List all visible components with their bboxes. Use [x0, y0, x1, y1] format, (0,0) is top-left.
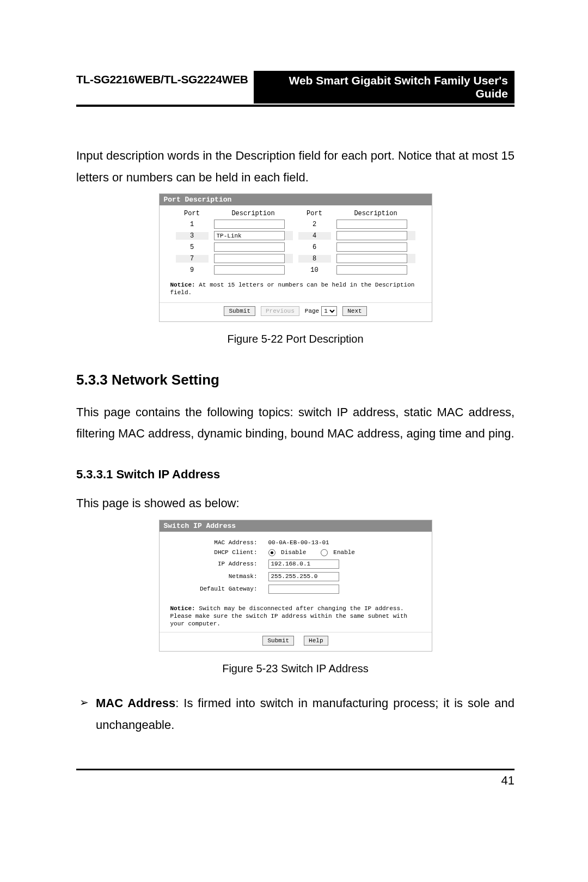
port-number: 10	[298, 266, 331, 274]
dhcp-enable-radio[interactable]	[321, 549, 328, 556]
figure-port-description: Port Description Port Description Port D…	[159, 193, 432, 322]
paragraph-switch-ip: This page is showed as below:	[76, 492, 514, 514]
port-number: 4	[298, 232, 331, 240]
help-button[interactable]: Help	[304, 636, 328, 646]
dhcp-disable-radio[interactable]	[268, 549, 275, 556]
heading-network-setting: 5.3.3 Network Setting	[76, 372, 514, 388]
col-port-right: Port	[298, 210, 331, 217]
col-desc-left: Description	[214, 210, 293, 217]
port-number: 5	[176, 244, 209, 251]
previous-button[interactable]: Previous	[261, 306, 299, 316]
port-desc-input[interactable]	[214, 265, 285, 275]
heading-switch-ip: 5.3.3.1 Switch IP Address	[76, 467, 514, 482]
default-gateway-input[interactable]	[268, 585, 339, 594]
port-desc-input[interactable]	[214, 231, 285, 240]
bullet-icon: ➢	[76, 692, 96, 735]
port-desc-input[interactable]	[214, 254, 285, 263]
port-desc-input[interactable]	[336, 242, 407, 252]
intro-paragraph: Input description words in the Descripti…	[76, 145, 514, 188]
port-desc-notice: Notice: At most 15 letters or numbers ca…	[160, 279, 432, 302]
figure-caption: Figure 5-22 Port Description	[76, 333, 514, 345]
port-desc-controls: Submit Previous Page 1 Next	[160, 302, 432, 321]
port-desc-input[interactable]	[336, 220, 407, 229]
port-desc-input[interactable]	[336, 231, 407, 240]
ip-address-input[interactable]	[268, 559, 339, 569]
header-model: TL-SG2216WEB/TL-SG2224WEB	[76, 71, 254, 104]
page: TL-SG2216WEB/TL-SG2224WEB Web Smart Giga…	[0, 0, 588, 882]
notice-label: Notice:	[170, 605, 195, 612]
col-desc-right: Description	[336, 210, 415, 217]
port-desc-input[interactable]	[336, 265, 407, 275]
port-number: 9	[176, 266, 209, 274]
dhcp-enable-text: Enable	[333, 549, 355, 556]
notice-label: Notice:	[170, 282, 195, 288]
page-header: TL-SG2216WEB/TL-SG2224WEB Web Smart Giga…	[76, 71, 514, 107]
mac-address-label: MAC Address:	[170, 539, 268, 546]
dhcp-disable-text: Disable	[281, 549, 306, 556]
netmask-label: Netmask:	[170, 573, 268, 580]
submit-button[interactable]: Submit	[224, 306, 255, 316]
figure-caption: Figure 5-23 Switch IP Address	[76, 662, 514, 675]
page-select[interactable]: 1	[321, 306, 337, 316]
switch-ip-notice: Notice: Switch may be disconnected after…	[160, 601, 432, 633]
ip-address-label: IP Address:	[170, 561, 268, 567]
port-number: 7	[176, 255, 209, 263]
default-gateway-label: Default Gateway:	[170, 586, 268, 592]
bullet-mac-address: ➢ MAC Address: Is firmed into switch in …	[76, 692, 514, 735]
figure-switch-ip: Switch IP Address MAC Address: 00-0A-EB-…	[159, 520, 432, 652]
header-title: Web Smart Gigabit Switch Family User's G…	[254, 71, 514, 104]
page-label: Page	[305, 308, 319, 314]
notice-text: At most 15 letters or numbers can be hel…	[170, 282, 415, 296]
header-rule	[76, 105, 514, 107]
port-number: 3	[176, 232, 209, 240]
bullet-term: MAC Address	[96, 696, 175, 710]
port-desc-input[interactable]	[214, 242, 285, 252]
port-number: 2	[298, 221, 331, 228]
port-number: 8	[298, 255, 331, 263]
port-description-grid: Port Description Port Description 1 2 3 …	[160, 205, 432, 279]
paragraph-network-setting: This page contains the following topics:…	[76, 402, 514, 445]
page-number: 41	[76, 774, 514, 788]
switch-ip-controls: Submit Help	[160, 632, 432, 651]
port-number: 6	[298, 244, 331, 251]
dhcp-client-label: DHCP Client:	[170, 549, 268, 556]
port-desc-input[interactable]	[214, 220, 285, 229]
col-port-left: Port	[176, 210, 209, 217]
mac-address-value: 00-0A-EB-00-13-01	[268, 539, 329, 546]
submit-button[interactable]: Submit	[262, 636, 294, 646]
footer-rule	[76, 769, 514, 770]
next-button[interactable]: Next	[342, 306, 366, 316]
port-desc-input[interactable]	[336, 254, 407, 263]
netmask-input[interactable]	[268, 572, 339, 581]
port-number: 1	[176, 221, 209, 228]
panel-title: Port Description	[160, 194, 432, 205]
panel-title: Switch IP Address	[160, 520, 432, 532]
notice-text: Switch may be disconnected after changin…	[170, 605, 408, 628]
